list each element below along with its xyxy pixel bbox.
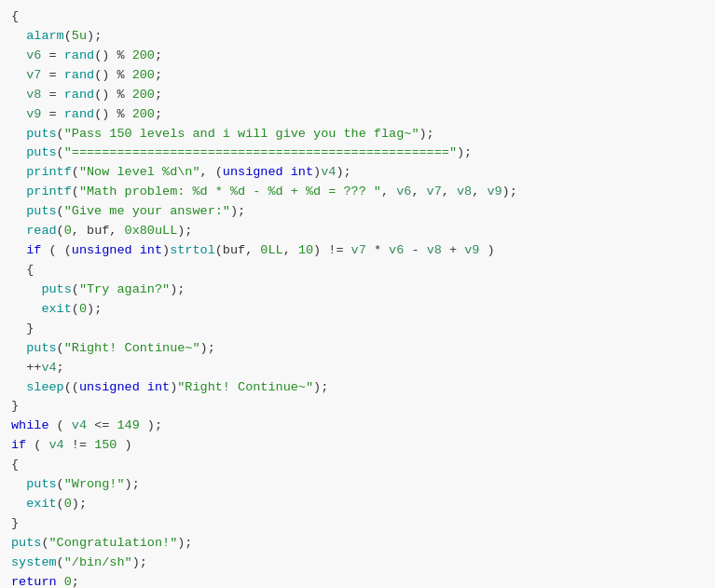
code-line: ++v4; bbox=[0, 359, 715, 378]
code-line: puts("Congratulation!"); bbox=[0, 534, 715, 554]
code-line: puts("Give me your answer:"); bbox=[0, 202, 715, 222]
code-line: printf("Now level %d\n", (unsigned int)v… bbox=[0, 163, 715, 183]
code-line: read(0, buf, 0x80uLL); bbox=[0, 222, 715, 241]
code-line: puts("Pass 150 levels and i will give yo… bbox=[0, 125, 715, 144]
code-line: { bbox=[0, 7, 715, 27]
code-line: if ( v4 != 150 ) bbox=[0, 436, 715, 456]
code-line: system("/bin/sh"); bbox=[0, 554, 715, 573]
code-line: v6 = rand() % 200; bbox=[0, 47, 715, 66]
code-line: } bbox=[0, 320, 715, 339]
code-line: { bbox=[0, 261, 715, 280]
code-line: alarm(5u); bbox=[0, 27, 715, 47]
code-line: v7 = rand() % 200; bbox=[0, 66, 715, 86]
code-line: exit(0); bbox=[0, 495, 715, 514]
code-line: puts("==================================… bbox=[0, 144, 715, 163]
code-line: while ( v4 <= 149 ); bbox=[0, 417, 715, 436]
code-line: if ( (unsigned int)strtol(buf, 0LL, 10) … bbox=[0, 241, 715, 261]
code-line: puts("Right! Continue~"); bbox=[0, 339, 715, 359]
code-line: } bbox=[0, 514, 715, 534]
code-line: v9 = rand() % 200; bbox=[0, 105, 715, 125]
code-line: exit(0); bbox=[0, 300, 715, 320]
code-line: puts("Wrong!"); bbox=[0, 475, 715, 495]
code-line: puts("Try again?"); bbox=[0, 280, 715, 300]
code-line: { bbox=[0, 456, 715, 475]
code-line: return 0; bbox=[0, 573, 715, 588]
code-line: v8 = rand() % 200; bbox=[0, 86, 715, 105]
code-line: } bbox=[0, 397, 715, 417]
code-line: printf("Math problem: %d * %d - %d + %d … bbox=[0, 183, 715, 202]
code-container: { alarm(5u); v6 = rand() % 200; v7 = ran… bbox=[0, 0, 715, 588]
code-line: sleep((unsigned int)"Right! Continue~"); bbox=[0, 378, 715, 398]
